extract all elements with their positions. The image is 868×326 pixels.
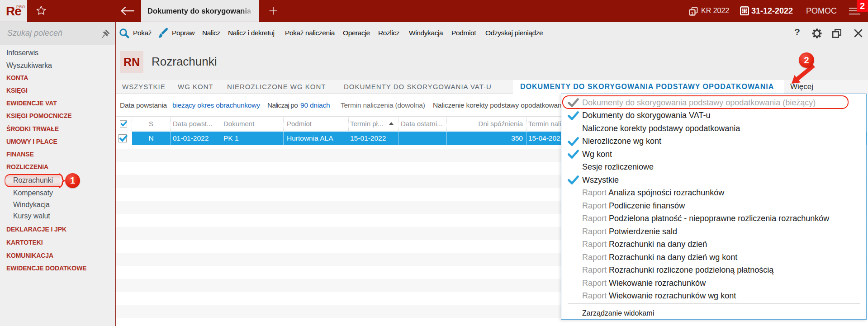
svg-text:1: 1 <box>691 11 693 15</box>
